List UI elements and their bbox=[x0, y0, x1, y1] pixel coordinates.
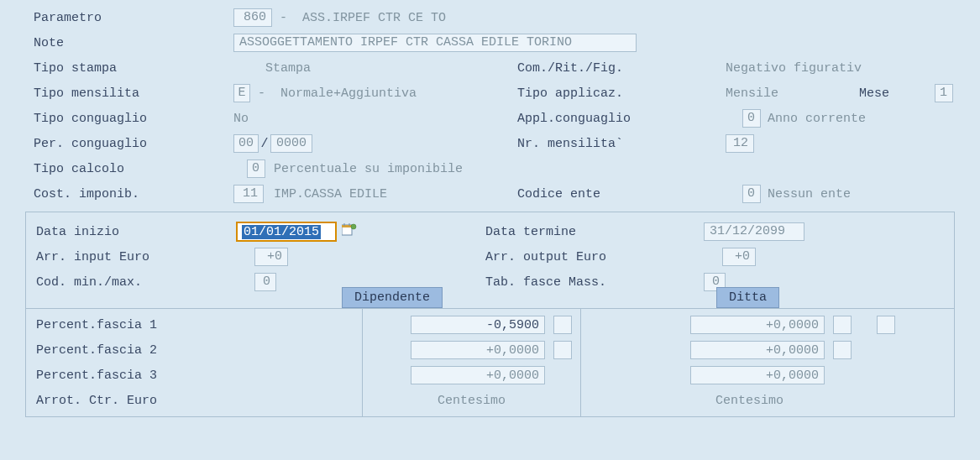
parametro-code[interactable]: 860 bbox=[233, 8, 272, 27]
form-area: Parametro 860 - ASS.IRPEF CTR CE TO Note… bbox=[0, 0, 980, 417]
data-inizio-field[interactable]: 01/01/2015 bbox=[236, 222, 337, 242]
arr-input-euro[interactable]: +0 bbox=[254, 248, 288, 266]
label-tipo-calcolo: Tipo calcolo bbox=[34, 162, 233, 176]
label-nr-mensilita: Nr. mensilita` bbox=[517, 137, 726, 151]
label-tipo-mensilita: Tipo mensilita bbox=[34, 86, 233, 101]
label-tipo-conguaglio: Tipo conguaglio bbox=[34, 112, 233, 126]
codice-ente-code[interactable]: 0 bbox=[742, 185, 761, 203]
per-conguaglio-mm[interactable]: 00 bbox=[233, 134, 259, 153]
label-parametro: Parametro bbox=[34, 11, 233, 25]
dit-f1-extra2[interactable] bbox=[877, 316, 895, 334]
data-termine-field[interactable]: 31/12/2099 bbox=[704, 222, 804, 241]
tab-ditta[interactable]: Ditta bbox=[716, 287, 779, 308]
label-tipo-stampa: Tipo stampa bbox=[34, 61, 233, 76]
dit-f1-extra[interactable] bbox=[833, 316, 852, 334]
dip-centesimo: Centesimo bbox=[438, 394, 506, 408]
com-rit-fig-desc: Negativo figurativ bbox=[726, 61, 862, 76]
detail-panel: Data inizio 01/01/2015 Arr. bbox=[25, 212, 955, 417]
label-appl-conguaglio: Appl.conguaglio bbox=[517, 112, 726, 126]
note-field[interactable]: ASSOGGETTAMENTO IRPEF CTR CASSA EDILE TO… bbox=[233, 34, 637, 52]
label-tipo-applicaz: Tipo applicaz. bbox=[517, 86, 726, 101]
label-arr-output-euro: Arr. output Euro bbox=[485, 250, 704, 264]
tab-dipendente[interactable]: Dipendente bbox=[342, 287, 443, 308]
dit-f2-extra[interactable] bbox=[833, 341, 852, 359]
date-picker-icon[interactable] bbox=[342, 223, 357, 241]
label-percent-fascia-1: Percent.fascia 1 bbox=[36, 318, 157, 332]
svg-rect-1 bbox=[342, 225, 352, 227]
dip-f1[interactable]: -0,5900 bbox=[411, 316, 545, 334]
arr-output-euro[interactable]: +0 bbox=[722, 248, 756, 266]
label-percent-fascia-3: Percent.fascia 3 bbox=[36, 369, 157, 383]
tipo-stampa-desc: Stampa bbox=[265, 61, 517, 76]
tipo-conguaglio-desc: No bbox=[233, 112, 517, 126]
label-codice-ente: Codice ente bbox=[517, 187, 726, 201]
tipo-calcolo-code[interactable]: 0 bbox=[247, 159, 265, 178]
cost-imponib-code[interactable]: 11 bbox=[233, 185, 264, 203]
tipo-mensilita-desc: - Normale+Aggiuntiva bbox=[250, 86, 517, 101]
parametro-desc: - ASS.IRPEF CTR CE TO bbox=[272, 11, 446, 25]
appl-conguaglio-code[interactable]: 0 bbox=[742, 109, 761, 128]
dip-f2-extra[interactable] bbox=[553, 341, 572, 359]
dit-f3[interactable]: +0,0000 bbox=[690, 366, 825, 384]
per-conguaglio-yyyy[interactable]: 0000 bbox=[270, 134, 312, 153]
tipo-calcolo-desc: Percentuale su imponibile bbox=[274, 162, 463, 176]
slash: / bbox=[259, 137, 270, 151]
label-com-rit-fig: Com./Rit./Fig. bbox=[517, 61, 726, 76]
mese-code[interactable]: 1 bbox=[935, 84, 953, 102]
cost-imponib-desc: IMP.CASSA EDILE bbox=[274, 187, 517, 201]
nr-mensilita[interactable]: 12 bbox=[726, 134, 754, 153]
label-mese: Mese bbox=[859, 86, 935, 101]
label-data-termine: Data termine bbox=[485, 225, 704, 239]
label-tab-fasce-mass: Tab. fasce Mass. bbox=[485, 275, 704, 290]
svg-point-4 bbox=[351, 224, 356, 229]
dit-f2[interactable]: +0,0000 bbox=[690, 341, 825, 359]
dip-f2[interactable]: +0,0000 bbox=[411, 341, 545, 359]
label-cod-min-max: Cod. min./max. bbox=[36, 275, 236, 290]
dip-f3[interactable]: +0,0000 bbox=[411, 366, 545, 384]
label-cost-imponib: Cost. imponib. bbox=[34, 187, 233, 201]
label-note: Note bbox=[34, 36, 233, 50]
label-per-conguaglio: Per. conguaglio bbox=[34, 137, 233, 151]
label-percent-fascia-2: Percent.fascia 2 bbox=[36, 343, 157, 358]
tipo-applicaz-desc: Mensile bbox=[726, 86, 859, 101]
label-data-inizio: Data inizio bbox=[36, 225, 236, 239]
label-arr-input-euro: Arr. input Euro bbox=[36, 250, 236, 264]
dit-f1[interactable]: +0,0000 bbox=[690, 316, 825, 334]
tipo-mensilita-code[interactable]: E bbox=[233, 84, 250, 102]
appl-conguaglio-desc: Anno corrente bbox=[768, 112, 866, 126]
cod-min-max[interactable]: 0 bbox=[254, 273, 276, 291]
dip-f1-extra[interactable] bbox=[553, 316, 572, 334]
label-arrot-ctr-euro: Arrot. Ctr. Euro bbox=[36, 394, 157, 408]
dit-centesimo: Centesimo bbox=[715, 394, 783, 408]
codice-ente-desc: Nessun ente bbox=[768, 187, 851, 201]
